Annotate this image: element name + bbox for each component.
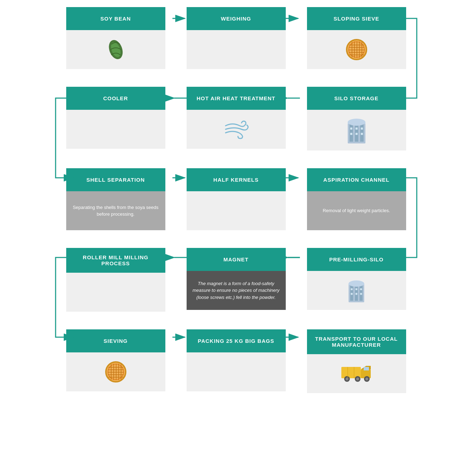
row-1: SOY BEAN WEIGHING SLOPING SIEVE [41,7,431,69]
roller-mill-header: ROLLER MILL MILLING PROCESS [66,248,165,273]
silo-icon [346,115,367,145]
magnet-body: The magnet is a form of a food-safety me… [187,271,286,310]
svg-rect-47 [348,283,364,285]
sieving-body [66,352,165,391]
cooler-header: COOLER [66,87,165,110]
card-silo-storage: SILO STORAGE [307,87,406,151]
card-weighing: WEIGHING [187,7,286,69]
vconnector-1 [41,69,431,87]
silo2-icon [347,277,366,304]
svg-rect-37 [356,128,358,130]
shell-separation-body: Separating the shells from the soya seed… [66,191,165,230]
arrow-r5-1 [169,329,183,337]
arrow-r3-1 [169,168,183,176]
hot-air-header: HOT AIR HEAT TREATMENT [187,87,286,110]
arrow-r3-2 [289,168,303,176]
sloping-sieve-body [307,30,406,69]
card-hot-air: HOT AIR HEAT TREATMENT [187,87,286,149]
hot-air-body [187,110,286,149]
magnet-text: The magnet is a form of a food-safety me… [192,280,280,301]
svg-rect-51 [351,293,353,295]
card-half-kernels: HALF KERNELS [187,168,286,230]
sieving-header: SIEVING [66,329,165,352]
silo-storage-body [307,110,406,151]
card-shell-separation: SHELL SEPARATION Separating the shells f… [66,168,165,230]
aspiration-channel-body: Removal of light weight particles. [307,191,406,230]
arrow-r4-1 [169,248,183,256]
aspiration-channel-header: ASPIRATION CHANNEL [307,168,406,191]
svg-point-73 [356,378,359,380]
arrow-r2-1 [169,87,183,95]
soy-bean-body [66,30,165,69]
roller-mill-body [66,273,165,312]
arrow-r5-2 [289,329,303,337]
svg-rect-41 [361,133,363,135]
arrow-r1-1 [169,7,183,15]
silo-storage-header: SILO STORAGE [307,87,406,110]
sieve-icon [344,37,369,62]
svg-rect-38 [361,128,363,130]
svg-rect-53 [360,293,362,295]
vconnector-4 [41,312,431,329]
vconnector-3 [41,230,431,248]
sieve2-icon [103,359,128,384]
weighing-header: WEIGHING [187,7,286,30]
soybean-icon [102,37,130,62]
arrow-r1-2 [289,7,303,15]
row-2: COOLER HOT AIR HEAT TREATMENT SILO STORA… [41,87,431,151]
packing-header: PACKING 25 KG BIG BAGS [187,329,286,352]
svg-rect-40 [356,133,358,135]
half-kernels-body [187,191,286,230]
svg-point-75 [365,378,368,380]
svg-rect-52 [356,293,357,295]
sloping-sieve-header: SLOPING SIEVE [307,7,406,30]
card-soy-bean: SOY BEAN [66,7,165,69]
arrow-r2-2 [289,87,303,95]
card-roller-mill: ROLLER MILL MILLING PROCESS [66,248,165,312]
process-diagram: SOY BEAN WEIGHING SLOPING SIEVE [41,0,431,400]
svg-rect-36 [350,128,352,130]
cooler-body [66,110,165,149]
svg-rect-48 [351,288,353,290]
row-4: ROLLER MILL MILLING PROCESS MAGNET The m… [41,248,431,312]
svg-point-71 [346,378,348,380]
transport-body [307,354,406,393]
card-packing: PACKING 25 KG BIG BAGS [187,329,286,391]
svg-rect-39 [350,133,352,135]
pre-milling-silo-header: PRE-MILLING-SILO [307,248,406,271]
card-magnet: MAGNET The magnet is a form of a food-sa… [187,248,286,310]
weighing-body [187,30,286,69]
shell-separation-text: Separating the shells from the soya seed… [72,204,160,218]
aspiration-channel-text: Removal of light weight particles. [323,207,390,214]
svg-rect-50 [360,288,362,290]
row-3: SHELL SEPARATION Separating the shells f… [41,168,431,230]
card-cooler: COOLER [66,87,165,149]
svg-rect-35 [348,122,365,124]
card-sieving: SIEVING [66,329,165,391]
shell-separation-header: SHELL SEPARATION [66,168,165,191]
card-transport: TRANSPORT TO OUR LOCAL MANUFACTURER [307,329,406,393]
svg-rect-49 [356,288,357,290]
arrow-r4-2 [289,248,303,256]
transport-header: TRANSPORT TO OUR LOCAL MANUFACTURER [307,329,406,354]
card-sloping-sieve: SLOPING SIEVE [307,7,406,69]
row-5: SIEVING [41,329,431,393]
vconnector-2 [41,151,431,168]
svg-rect-69 [364,367,369,370]
soy-bean-header: SOY BEAN [66,7,165,30]
wind-icon [222,119,250,140]
magnet-header: MAGNET [187,248,286,271]
card-pre-milling-silo: PRE-MILLING-SILO [307,248,406,310]
card-aspiration-channel: ASPIRATION CHANNEL Removal of light weig… [307,168,406,230]
pre-milling-silo-body [307,271,406,310]
half-kernels-header: HALF KERNELS [187,168,286,191]
truck-icon [341,364,373,384]
packing-body [187,352,286,391]
